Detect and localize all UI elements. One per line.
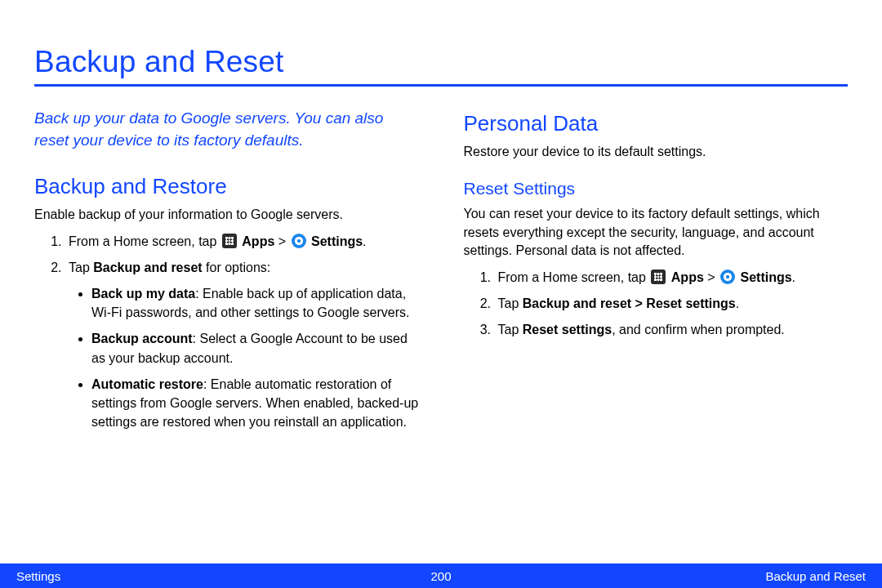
settings-icon xyxy=(292,234,306,248)
bullet-backup-my-data: Back up my data: Enable back up of appli… xyxy=(91,284,419,322)
footer-page-number: 200 xyxy=(430,569,451,583)
text: > xyxy=(704,270,719,284)
lead-backup-restore: Enable backup of your information to Goo… xyxy=(34,206,419,224)
footer-left: Settings xyxy=(16,569,60,583)
right-step-3: Tap Reset settings, and confirm when pro… xyxy=(495,320,849,339)
settings-label: Settings xyxy=(740,270,791,284)
page-title: Backup and Reset xyxy=(34,45,848,87)
apps-icon xyxy=(651,270,666,284)
right-step-1: From a Home screen, tap Apps > Settings. xyxy=(495,268,849,287)
heading-backup-restore: Backup and Restore xyxy=(34,174,419,199)
bold: Backup and reset > Reset settings xyxy=(523,296,736,310)
page-footer: Settings 200 Backup and Reset xyxy=(0,564,882,588)
text: . xyxy=(736,296,739,310)
bold: Backup and reset xyxy=(93,261,202,274)
left-step-2: Tap Backup and reset for options: Back u… xyxy=(65,258,419,432)
apps-label: Apps xyxy=(242,234,274,248)
lead-personal-data: Restore your device to its default setti… xyxy=(464,143,849,161)
label: Back up my data xyxy=(91,287,195,301)
footer-right: Backup and Reset xyxy=(765,569,866,583)
settings-label: Settings xyxy=(311,234,363,248)
bullet-backup-account: Backup account: Select a Google Account … xyxy=(91,329,419,367)
intro-blurb: Back up your data to Google servers. You… xyxy=(34,108,419,151)
text: for options: xyxy=(203,261,271,274)
text: Tap xyxy=(69,261,93,274)
text: Tap xyxy=(498,323,523,336)
text: From a Home screen, tap xyxy=(498,270,650,284)
text: Tap xyxy=(498,296,523,310)
text: . xyxy=(363,234,366,248)
label: Backup account xyxy=(91,332,193,345)
bold: Reset settings xyxy=(523,323,612,336)
text: , and confirm when prompted. xyxy=(612,323,785,336)
text: > xyxy=(274,234,289,248)
heading-reset-settings: Reset Settings xyxy=(464,179,849,198)
text: From a Home screen, tap xyxy=(69,234,220,248)
text: . xyxy=(792,270,795,284)
left-step-1: From a Home screen, tap Apps > Settings. xyxy=(65,232,419,251)
label: Automatic restore xyxy=(91,377,203,391)
settings-icon xyxy=(720,270,735,284)
apps-icon xyxy=(222,234,237,248)
right-step-2: Tap Backup and reset > Reset settings. xyxy=(495,294,849,313)
apps-label: Apps xyxy=(671,270,704,284)
bullet-automatic-restore: Automatic restore: Enable automatic rest… xyxy=(91,375,419,432)
paragraph-reset-settings: You can reset your device to its factory… xyxy=(464,205,849,260)
heading-personal-data: Personal Data xyxy=(464,111,849,136)
